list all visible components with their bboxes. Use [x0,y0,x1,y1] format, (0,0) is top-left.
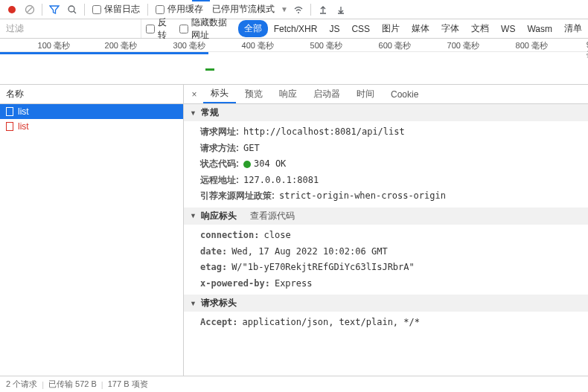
ruler-tick: 100 毫秒 [38,40,70,51]
timeline[interactable]: 100 毫秒 200 毫秒 300 毫秒 400 毫秒 500 毫秒 600 毫… [0,39,588,85]
request-detail-panel: × 标头 预览 响应 启动器 时间 Cookie ▼ 常规 请求网址:http:… [184,85,588,376]
request-headers-kv: Accept:application/json, text/plain, */* [184,312,588,334]
svg-line-2 [28,7,33,12]
filter-icon[interactable] [47,2,62,17]
type-tab-js[interactable]: JS [323,22,345,36]
kv-val: 304 OK [243,156,286,173]
tab-initiator[interactable]: 启动器 [306,85,348,103]
ruler-tick: 800 毫秒 [516,40,548,51]
triangle-down-icon: ▼ [190,212,196,219]
kv-val: strict-origin-when-cross-origin [279,188,446,205]
type-tab-wasm[interactable]: Wasm [521,22,558,36]
filter-bar: 过滤 反转 隐藏数据网址 全部 Fetch/XHR JS CSS 图片 媒体 字… [0,19,588,39]
tab-headers[interactable]: 标头 [203,85,236,103]
kv-val: http://localhost:8081/api/list [243,124,405,141]
triangle-down-icon: ▼ [190,109,196,117]
ruler-tick: 200 毫秒 [105,40,137,51]
type-tab-ws[interactable]: WS [495,22,521,36]
tab-cookie[interactable]: Cookie [383,85,426,103]
hide-data-urls-label: 隐藏数据网址 [191,16,234,42]
tab-response[interactable]: 响应 [272,85,304,103]
disable-cache-checkbox[interactable]: 停用缓存 [153,3,206,16]
triangle-down-icon: ▼ [190,300,196,307]
svg-point-3 [68,6,74,12]
section-title: 常规 [201,106,219,119]
general-kv: 请求网址:http://localhost:8081/api/list 请求方法… [184,121,588,208]
type-tab-doc[interactable]: 文档 [465,20,495,37]
upload-icon[interactable] [316,2,330,17]
kv-key: 请求方法: [200,141,239,157]
svg-point-0 [8,6,16,13]
search-icon[interactable] [65,2,80,17]
request-list: list list [0,104,183,376]
chevron-down-icon[interactable]: ▼ [281,5,288,13]
kv-val: application/json, text/plain, */* [243,315,420,331]
throttling-selector[interactable]: 已停用节流模式 [209,3,278,16]
tab-preview[interactable]: 预览 [237,85,270,103]
ruler-tick: 500 毫秒 [310,40,342,51]
type-tab-img[interactable]: 图片 [376,20,406,37]
tab-timing[interactable]: 时间 [349,85,382,103]
view-source-link[interactable]: 查看源代码 [250,210,295,222]
timeline-ruler: 100 毫秒 200 毫秒 300 毫秒 400 毫秒 500 毫秒 600 毫… [0,39,588,52]
hide-data-urls-checkbox[interactable]: 隐藏数据网址 [175,16,238,42]
download-icon[interactable] [333,2,348,17]
kv-key: connection: [200,228,259,244]
section-general[interactable]: ▼ 常规 [184,104,588,121]
kv-key: 状态代码: [200,156,239,173]
filter-placeholder: 过滤 [6,22,24,35]
network-toolbar: 保留日志 停用缓存 已停用节流模式 ▼ [0,0,588,19]
filter-input[interactable]: 过滤 [0,19,141,38]
type-tab-font[interactable]: 字体 [435,20,465,37]
kv-key: date: [200,244,227,260]
ruler-tick: 400 毫秒 [242,40,274,51]
section-response-headers[interactable]: ▼ 响应标头 查看源代码 [184,208,588,225]
svg-line-4 [74,11,76,13]
main-split: 名称 list list × 标头 预览 响应 启动器 时间 Cookie ▼ [0,85,588,376]
section-title: 响应标头 [201,210,237,222]
request-name: list [18,106,29,117]
status-text: 304 OK [254,158,286,169]
record-button[interactable] [4,2,19,17]
kv-val: Express [275,276,313,292]
status-dot-icon [243,161,251,168]
detail-tabs: × 标头 预览 响应 启动器 时间 Cookie [184,85,588,104]
kv-key: 引荐来源网址政策: [200,188,275,205]
section-request-headers[interactable]: ▼ 请求标头 [184,295,588,312]
kv-key: Accept: [200,315,238,331]
wifi-icon[interactable] [291,2,306,17]
response-headers-kv: connection:close date:Wed, 17 Aug 2022 1… [184,225,588,295]
type-tab-fetchxhr[interactable]: Fetch/XHR [268,22,324,36]
status-bar: 2 个请求 | 已传输 572 B | 177 B 项资 [0,376,588,392]
preserve-log-checkbox[interactable]: 保留日志 [89,3,143,16]
type-tab-media[interactable]: 媒体 [406,20,435,37]
document-icon [6,122,13,131]
kv-key: etag: [200,260,227,276]
detail-body: ▼ 常规 请求网址:http://localhost:8081/api/list… [184,104,588,376]
type-tab-manifest[interactable]: 清单 [558,20,588,37]
clear-button[interactable] [22,2,37,17]
type-tab-css[interactable]: CSS [345,22,376,36]
request-name: list [18,121,29,132]
section-title: 请求标头 [201,297,237,309]
type-tab-all[interactable]: 全部 [238,20,268,37]
kv-val: W/"1b-yE70RekjtREfGDiYc63lIsJRbrA" [231,260,415,276]
close-icon[interactable]: × [187,89,202,100]
document-icon [6,107,13,116]
invert-label: 反转 [158,16,170,42]
request-list-header[interactable]: 名称 [0,85,183,104]
request-row[interactable]: list [0,119,183,134]
timeline-selection [0,52,208,54]
kv-val: 127.0.0.1:8081 [243,173,319,189]
invert-checkbox[interactable]: 反转 [141,16,175,42]
kv-val: close [263,228,290,244]
status-resources: 177 B 项资 [108,379,148,390]
kv-key: 远程地址: [200,173,239,189]
timeline-request-bar [205,68,214,71]
kv-key: 请求网址: [200,124,239,141]
kv-val: GET [243,141,260,157]
disable-cache-label: 停用缓存 [167,3,203,16]
preserve-log-label: 保留日志 [104,3,140,16]
request-row[interactable]: list [0,104,183,119]
svg-point-5 [298,12,299,13]
